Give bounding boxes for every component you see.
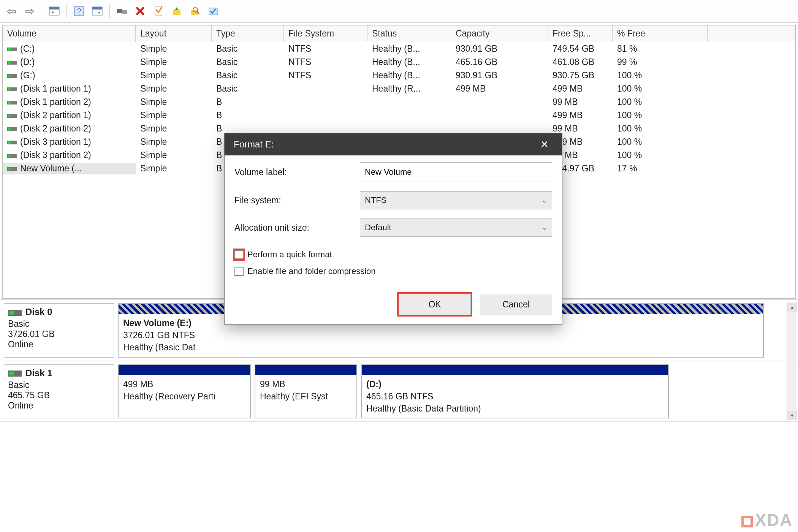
enable-compression-label: Enable file and folder compression <box>247 266 376 276</box>
table-row[interactable]: (Disk 1 partition 2)SimpleB99 MB100 % <box>3 95 795 109</box>
disk-icon <box>7 154 17 158</box>
forward-button[interactable]: ⇨ <box>21 3 38 19</box>
partition-bar <box>255 365 356 375</box>
table-row[interactable]: (C:)SimpleBasicNTFSHealthy (B...930.91 G… <box>3 42 795 55</box>
disk-row: Disk 1Basic465.75 GBOnline499 MBHealthy … <box>0 361 798 423</box>
col-status[interactable]: Status <box>367 25 451 42</box>
svg-rect-9 <box>122 10 127 14</box>
toolbar: ⇦ ⇨ ? <box>0 0 798 23</box>
partition[interactable]: 499 MBHealthy (Recovery Parti <box>118 364 251 419</box>
options-icon[interactable] <box>205 3 222 19</box>
dialog-title-text: Format E: <box>234 139 274 150</box>
back-button[interactable]: ⇦ <box>3 3 20 19</box>
table-row[interactable]: (Disk 1 partition 1)SimpleBasicHealthy (… <box>3 82 795 95</box>
disk-icon <box>7 87 17 91</box>
col-filesystem[interactable]: File System <box>284 25 367 42</box>
disk-info[interactable]: Disk 0Basic3726.01 GBOnline <box>4 303 114 358</box>
svg-rect-6 <box>92 7 102 10</box>
properties-icon[interactable] <box>150 3 167 19</box>
disk-icon <box>7 167 17 171</box>
table-row[interactable]: (D:)SimpleBasicNTFSHealthy (B...465.16 G… <box>3 55 795 69</box>
disk-info[interactable]: Disk 1Basic465.75 GBOnline <box>4 364 114 419</box>
table-row[interactable]: (G:)SimpleBasicNTFSHealthy (B...930.91 G… <box>3 69 795 82</box>
partition[interactable]: 99 MBHealthy (EFI Syst <box>255 364 357 419</box>
col-type[interactable]: Type <box>212 25 284 42</box>
scroll-up-icon[interactable]: ▴ <box>787 302 797 312</box>
disk-icon <box>8 310 22 316</box>
export-icon[interactable] <box>168 3 185 19</box>
columns-header[interactable]: Volume Layout Type File System Status Ca… <box>3 25 795 42</box>
file-system-label: File system: <box>234 195 360 206</box>
enable-compression-checkbox[interactable] <box>234 267 244 276</box>
svg-marker-12 <box>175 7 179 10</box>
table-row[interactable]: (Disk 2 partition 1)SimpleB499 MB100 % <box>3 109 795 122</box>
dialog-titlebar[interactable]: Format E: ✕ <box>225 133 562 155</box>
separator <box>42 4 42 18</box>
disk-icon <box>7 141 17 144</box>
col-volume[interactable]: Volume <box>3 25 136 42</box>
col-layout[interactable]: Layout <box>136 25 212 42</box>
chevron-down-icon: ⌄ <box>542 223 547 232</box>
close-icon[interactable]: ✕ <box>536 136 553 153</box>
file-system-select[interactable]: NTFS ⌄ <box>360 191 552 209</box>
partition[interactable]: (D:)465.16 GB NTFSHealthy (Basic Data Pa… <box>361 364 669 419</box>
delete-icon[interactable] <box>132 3 149 19</box>
separator <box>66 4 67 18</box>
alloc-label: Allocation unit size: <box>234 223 360 233</box>
action-list-icon[interactable] <box>89 3 106 19</box>
ok-button[interactable]: OK <box>399 294 471 315</box>
svg-rect-11 <box>173 10 180 15</box>
disk-icon <box>8 370 22 377</box>
col-capacity[interactable]: Capacity <box>451 25 548 42</box>
disk-icon <box>7 127 17 131</box>
partition-bar <box>362 365 668 375</box>
disk-icon <box>7 74 17 78</box>
svg-rect-8 <box>117 9 122 13</box>
show-hide-console-icon[interactable] <box>46 3 63 19</box>
alloc-select[interactable]: Default ⌄ <box>360 218 552 237</box>
disk-icon <box>7 114 17 118</box>
scrollbar[interactable]: ▴ ▾ <box>787 302 796 420</box>
help-icon[interactable]: ? <box>71 3 87 19</box>
separator <box>109 4 110 18</box>
cancel-button[interactable]: Cancel <box>480 294 552 315</box>
volume-label-input[interactable] <box>360 162 552 182</box>
col-extra[interactable] <box>708 25 795 42</box>
scroll-down-icon[interactable]: ▾ <box>787 411 797 420</box>
watermark: XDA <box>741 511 793 530</box>
disk-icon <box>7 48 17 51</box>
alloc-value: Default <box>365 223 391 233</box>
chevron-down-icon: ⌄ <box>542 196 547 204</box>
file-system-value: NTFS <box>365 195 386 205</box>
disk-icon <box>7 101 17 104</box>
disk-icon <box>7 61 17 65</box>
partition-bar <box>119 365 250 375</box>
svg-rect-1 <box>49 7 59 10</box>
find-icon[interactable] <box>187 3 203 19</box>
svg-text:?: ? <box>77 7 81 15</box>
col-pctfree[interactable]: % Free <box>613 25 708 42</box>
volume-label-label: Volume label: <box>234 167 360 177</box>
quick-format-label: Perform a quick format <box>247 250 332 260</box>
format-dialog: Format E: ✕ Volume label: File system: N… <box>224 133 562 325</box>
refresh-icon[interactable] <box>114 3 130 19</box>
quick-format-checkbox[interactable] <box>234 250 244 259</box>
col-free[interactable]: Free Sp... <box>548 25 613 42</box>
